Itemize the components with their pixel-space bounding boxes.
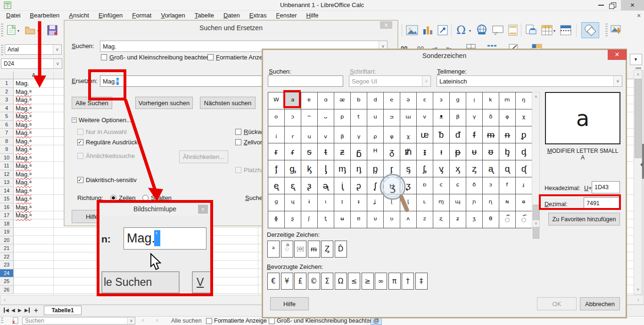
- row-header-13[interactable]: 13: [0, 178, 14, 187]
- row-header-15[interactable]: 15: [0, 195, 14, 203]
- similarities-button[interactable]: Ähnlichkeiten...: [179, 150, 228, 163]
- char-cell-r8-c10[interactable]: ᶻ: [417, 211, 433, 228]
- open-icon[interactable]: [24, 24, 37, 37]
- char-cell-r1-c12[interactable]: ᵍ: [450, 92, 466, 109]
- char-cell-r2-c8[interactable]: ᵙ: [384, 109, 400, 126]
- diacritic-checkbox[interactable]: ✓: [77, 177, 83, 183]
- char-cell-r2-c10[interactable]: ᵛ: [417, 109, 433, 126]
- char-cell-r2-c12[interactable]: ᵝ: [450, 109, 466, 126]
- split-window-icon[interactable]: [559, 24, 572, 37]
- char-cell-r5-c16[interactable]: ᶑ: [516, 160, 532, 177]
- recent-char-5[interactable]: Ȥ: [321, 241, 333, 258]
- open-dropdown-icon[interactable]: ▾: [37, 29, 39, 33]
- char-cell-r2-c13[interactable]: ᵞ: [466, 109, 483, 126]
- char-cell-r4-c3[interactable]: ᵴ: [301, 143, 318, 160]
- char-cell-r8-c16[interactable]: ◌᷁: [516, 211, 532, 228]
- scroll-left-icon[interactable]: ‹: [1, 296, 8, 303]
- char-cell-r7-c3[interactable]: ᶤ: [301, 194, 318, 211]
- favorite-char-3[interactable]: £: [294, 273, 306, 290]
- charmap-help-button[interactable]: Hilfe: [270, 297, 309, 310]
- char-cell-r1-c9[interactable]: ᵊ: [400, 92, 417, 109]
- row-header-23[interactable]: 23: [0, 261, 14, 269]
- char-cell-r4-c7[interactable]: ᵸ: [367, 143, 384, 160]
- special-characters-close-button[interactable]: ✕: [608, 50, 627, 60]
- char-cell-r4-c11[interactable]: ᵼ: [433, 143, 450, 160]
- menu-item-daten[interactable]: Daten: [219, 11, 244, 20]
- cell-A24[interactable]: [14, 269, 53, 278]
- char-cell-r3-c1[interactable]: ᵢ: [268, 126, 285, 143]
- char-cell-r4-c8[interactable]: ᵹ: [384, 143, 400, 160]
- cell-A23[interactable]: [14, 261, 53, 269]
- char-cell-r5-c9[interactable]: ᶊ: [400, 160, 417, 177]
- char-cell-r7-c15[interactable]: ᶰ: [499, 194, 516, 211]
- char-cell-r2-c3[interactable]: ᵔ: [301, 109, 318, 126]
- freeze-panes-icon[interactable]: [540, 24, 553, 37]
- char-cell-r8-c13[interactable]: ᶾ: [466, 211, 483, 228]
- char-cell-r5-c14[interactable]: ᶏ: [483, 160, 499, 177]
- close-findbar-icon[interactable]: x: [12, 317, 19, 325]
- char-cell-r2-c5[interactable]: ᵖ: [334, 109, 351, 126]
- menu-item-einfügen[interactable]: Einfügen: [94, 11, 127, 20]
- char-cell-r4-c2[interactable]: ᵳ: [285, 143, 301, 160]
- charmap-scroll-down-icon[interactable]: ˅: [533, 220, 539, 227]
- char-cell-r4-c1[interactable]: ᵲ: [268, 143, 285, 160]
- char-cell-r1-c8[interactable]: ᵉ: [384, 92, 400, 109]
- charmap-scrollbar[interactable]: ˄ ˅: [532, 92, 540, 228]
- row-header-5[interactable]: 5: [0, 112, 14, 121]
- char-cell-r7-c7[interactable]: ᶨ: [367, 194, 384, 211]
- cell-A19[interactable]: [14, 228, 53, 236]
- findbar-find-all[interactable]: Alle suchen: [171, 317, 202, 324]
- name-box[interactable]: D24 ˅: [1, 58, 62, 69]
- row-header-2[interactable]: 2: [0, 88, 14, 96]
- add-favorites-button[interactable]: Zu Favoriten hinzufügen: [548, 213, 620, 225]
- match-case-checkbox[interactable]: ✓: [101, 54, 107, 60]
- findbar-formatted-checkbox[interactable]: ✓: [206, 318, 212, 324]
- split-handle[interactable]: [636, 67, 641, 69]
- row-header-22[interactable]: 22: [0, 253, 14, 261]
- char-cell-r5-c15[interactable]: ᶐ: [499, 160, 516, 177]
- char-cell-r1-c7[interactable]: ᵈ: [367, 92, 384, 109]
- row-header-17[interactable]: 17: [0, 211, 14, 220]
- char-cell-r6-c7[interactable]: ᶘ: [367, 177, 384, 194]
- find-previous-icon[interactable]: ˄: [141, 317, 144, 323]
- recent-char-6[interactable]: Ď: [335, 241, 347, 258]
- favorite-char-12[interactable]: ‡: [415, 273, 428, 290]
- char-cell-r8-c14[interactable]: ᶿ: [483, 211, 499, 228]
- row-header-11[interactable]: 11: [0, 162, 14, 170]
- menu-item-format[interactable]: Format: [128, 11, 156, 20]
- toolbar-handle[interactable]: [1, 24, 3, 37]
- comment-icon[interactable]: [491, 24, 504, 37]
- favorite-char-10[interactable]: π: [388, 273, 401, 290]
- vertical-scrollbar[interactable]: ˄ ˅: [634, 70, 642, 295]
- char-cell-r2-c2[interactable]: ᵓ: [285, 109, 301, 126]
- char-cell-r7-c8[interactable]: ᶩ: [384, 194, 400, 211]
- regex-checkbox[interactable]: ✓: [77, 139, 83, 145]
- row-header-9[interactable]: 9: [0, 145, 14, 154]
- char-cell-r2-c9[interactable]: ᵚ: [400, 109, 417, 126]
- cell-A15[interactable]: Mag.ᵃ: [14, 195, 53, 203]
- char-cell-r3-c2[interactable]: ᵣ: [285, 126, 301, 143]
- char-cell-r6-c2[interactable]: ᶓ: [285, 177, 301, 194]
- char-cell-r2-c15[interactable]: ᵠ: [499, 109, 516, 126]
- insert-chart-icon[interactable]: [421, 24, 434, 37]
- char-cell-r8-c2[interactable]: ᶳ: [285, 211, 301, 228]
- char-cell-r7-c4[interactable]: ᶥ: [318, 194, 334, 211]
- char-cell-r8-c4[interactable]: ᶵ: [318, 211, 334, 228]
- vertical-scroll-thumb[interactable]: [635, 79, 642, 158]
- find-next-button[interactable]: Nächsten suchen: [200, 97, 256, 109]
- corner-box[interactable]: [0, 72, 14, 79]
- char-cell-r6-c16[interactable]: ᶡ: [516, 177, 532, 194]
- char-cell-r6-c5[interactable]: ᶖ: [334, 177, 351, 194]
- char-cell-r4-c6[interactable]: ᵷ: [351, 143, 367, 160]
- char-cell-r5-c8[interactable]: ᶉ: [384, 160, 400, 177]
- char-cell-r1-c4[interactable]: ᵅ: [318, 92, 334, 109]
- char-cell-r3-c9[interactable]: ᵪ: [400, 126, 417, 143]
- cell-A14[interactable]: Mag.ᵃ: [14, 187, 53, 195]
- find-all-button[interactable]: Alle Suchen: [72, 97, 112, 109]
- cell-A17[interactable]: Mag.ᵃ: [14, 211, 53, 220]
- cell-A20[interactable]: [14, 236, 53, 245]
- char-cell-r2-c11[interactable]: ᵜ: [433, 109, 450, 126]
- menu-item-ansicht[interactable]: Ansicht: [65, 11, 93, 20]
- font-combo[interactable]: Segoe UI ˅: [349, 75, 431, 87]
- char-cell-r5-c7[interactable]: ᶈ: [367, 160, 384, 177]
